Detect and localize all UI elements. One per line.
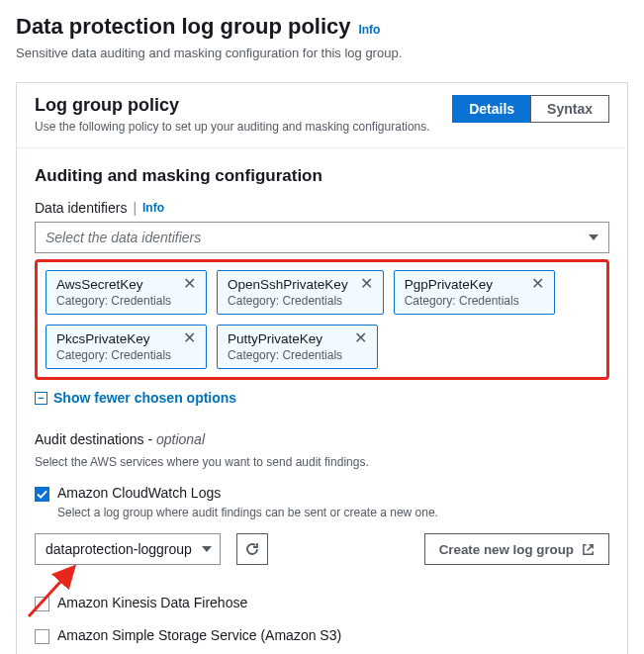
close-icon[interactable]: ✕ — [358, 277, 375, 291]
refresh-button[interactable] — [236, 533, 268, 565]
token-category: Category: Credentials — [56, 294, 171, 308]
close-icon[interactable]: ✕ — [352, 331, 369, 345]
checkbox-icon[interactable] — [35, 629, 49, 644]
token-category: Category: Credentials — [228, 294, 348, 308]
token-puttyprivatekey: PuttyPrivateKey Category: Credentials ✕ — [217, 325, 378, 369]
page-subtitle: Sensitive data auditing and masking conf… — [16, 46, 628, 60]
token-name: PuttyPrivateKey — [228, 331, 342, 346]
token-pkcsprivatekey: PkcsPrivateKey Category: Credentials ✕ — [46, 325, 207, 369]
panel-header: Log group policy Use the following polic… — [17, 83, 627, 148]
log-group-policy-panel: Log group policy Use the following polic… — [16, 82, 628, 654]
token-opensshprivatekey: OpenSshPrivateKey Category: Credentials … — [217, 270, 384, 315]
identifiers-info-link[interactable]: Info — [142, 201, 164, 215]
cloudwatch-controls: dataprotection-loggroup Create new log g… — [35, 533, 609, 565]
close-icon[interactable]: ✕ — [529, 277, 546, 291]
annotation-arrow-icon — [25, 561, 94, 620]
checkbox-icon[interactable] — [35, 487, 49, 502]
external-link-icon — [582, 543, 595, 556]
loggroup-select[interactable]: dataprotection-loggroup — [35, 533, 221, 565]
create-label: Create new log group — [439, 542, 574, 557]
checkbox-label: Amazon Simple Storage Service (Amazon S3… — [57, 627, 341, 643]
identifiers-label-row: Data identifiers | Info — [35, 200, 609, 216]
checkbox-cloudwatch[interactable]: Amazon CloudWatch Logs — [35, 485, 609, 502]
page-title: Data protection log group policy — [16, 14, 351, 39]
chevron-down-icon — [202, 546, 212, 552]
panel-body: Auditing and masking configuration Data … — [17, 148, 627, 654]
close-icon[interactable]: ✕ — [181, 277, 198, 291]
checkbox-firehose[interactable]: Amazon Kinesis Data Firehose — [35, 595, 609, 611]
panel-title: Log group policy — [35, 95, 430, 116]
panel-desc: Use the following policy to set up your … — [35, 120, 430, 134]
audit-dest-label: Audit destinations - optional — [35, 431, 609, 447]
token-pgpprivatekey: PgpPrivateKey Category: Credentials ✕ — [394, 270, 555, 315]
token-category: Category: Credentials — [405, 294, 519, 308]
token-name: OpenSshPrivateKey — [228, 277, 348, 292]
cloudwatch-help: Select a log group where audit findings … — [57, 506, 609, 519]
show-fewer-toggle[interactable]: − Show fewer chosen options — [35, 390, 236, 406]
loggroup-selected: dataprotection-loggroup — [46, 541, 192, 557]
checkbox-icon[interactable] — [35, 597, 49, 611]
tab-syntax[interactable]: Syntax — [530, 95, 609, 123]
identifiers-placeholder: Select the data identifiers — [46, 230, 201, 245]
token-awssecretkey: AwsSecretKey Category: Credentials ✕ — [46, 270, 207, 315]
refresh-icon — [244, 541, 260, 557]
identifiers-label: Data identifiers — [35, 200, 127, 216]
close-icon[interactable]: ✕ — [181, 331, 198, 345]
token-name: PkcsPrivateKey — [56, 331, 171, 346]
minus-icon: − — [35, 392, 47, 405]
token-name: AwsSecretKey — [56, 277, 171, 292]
label-divider: | — [133, 200, 137, 216]
page-info-link[interactable]: Info — [358, 23, 380, 37]
checkbox-label: Amazon CloudWatch Logs — [57, 485, 221, 501]
show-fewer-label: Show fewer chosen options — [53, 390, 236, 406]
token-category: Category: Credentials — [228, 348, 342, 362]
page-header: Data protection log group policy Info Se… — [16, 14, 628, 60]
chevron-down-icon — [589, 234, 598, 240]
token-category: Category: Credentials — [56, 348, 171, 362]
panel-tabs: Details Syntax — [452, 95, 609, 123]
selected-identifiers-highlight: AwsSecretKey Category: Credentials ✕ Ope… — [35, 259, 609, 380]
config-heading: Auditing and masking configuration — [35, 166, 609, 186]
tab-details[interactable]: Details — [452, 95, 530, 123]
identifiers-select[interactable]: Select the data identifiers — [35, 222, 609, 253]
audit-dest-help: Select the AWS services where you want t… — [35, 455, 609, 469]
token-name: PgpPrivateKey — [405, 277, 519, 292]
checkbox-label: Amazon Kinesis Data Firehose — [57, 595, 247, 610]
create-log-group-button[interactable]: Create new log group — [424, 533, 609, 565]
checkbox-s3[interactable]: Amazon Simple Storage Service (Amazon S3… — [35, 627, 609, 644]
